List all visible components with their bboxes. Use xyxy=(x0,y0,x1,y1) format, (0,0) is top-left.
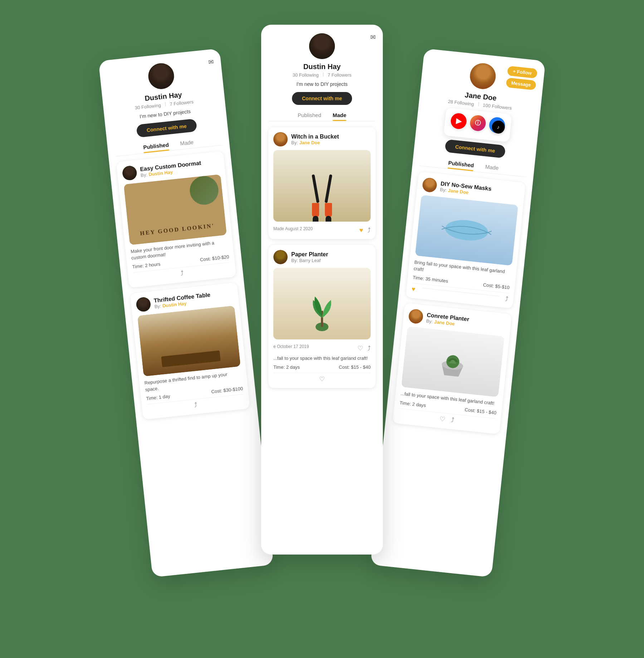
cost-doormat: Cost: $10-$20 xyxy=(200,254,229,262)
project-header-witch: Witch in a Bucket By: Jane Doe xyxy=(273,132,371,146)
instagram-icon[interactable]: ⓘ xyxy=(469,115,487,132)
project-image-doormat: HEY GOOD LOOKIN' xyxy=(124,174,227,245)
project-avatar-jane-mask xyxy=(422,177,438,193)
heart-icon-planter[interactable]: ♡ xyxy=(357,344,363,352)
followers-middle: 7 Followers xyxy=(328,72,351,78)
planter-date: e October 17 2019 xyxy=(273,344,309,349)
witch-actions: ♥ ⤴ xyxy=(359,227,371,234)
project-info-concrete: Conrete Planter By: Jane Doe xyxy=(426,312,469,328)
follow-button[interactable]: + Follow xyxy=(507,66,537,79)
profile-header-middle: ✉ Dustin Hay 30 Following 7 Followers I'… xyxy=(268,33,376,112)
project-image-mask xyxy=(415,195,518,266)
avatar-dustin-middle xyxy=(309,33,335,59)
share-icon-planter[interactable]: ⤴ xyxy=(367,345,371,352)
project-card-planter: Paper Planter By: Barry Leaf e October 1 xyxy=(268,245,376,388)
avatar-jane-right xyxy=(469,62,497,90)
tab-made-right[interactable]: Made xyxy=(484,164,499,174)
profile-name-middle: Dustin Hay xyxy=(303,63,341,71)
tabs-middle: Published Made xyxy=(268,112,376,121)
avatar-dustin-left xyxy=(147,62,175,90)
share-icon-concrete[interactable]: ⤴ xyxy=(450,416,454,424)
project-info-planter: Paper Planter By: Barry Leaf xyxy=(291,251,328,263)
profile-stats-middle: 30 Following 7 Followers xyxy=(293,72,351,78)
project-author-planter: By: Barry Leaf xyxy=(291,258,328,263)
mail-icon-left[interactable]: ✉ xyxy=(208,58,214,66)
divider xyxy=(165,102,166,106)
heart-icon-concrete[interactable]: ♡ xyxy=(439,415,445,424)
project-actions-planter: ♡ xyxy=(273,373,371,383)
project-avatar-dustin-2 xyxy=(136,297,151,313)
project-desc-planter2: ...fall to your space with this leaf gar… xyxy=(273,355,371,362)
project-avatar-barry xyxy=(273,250,288,264)
divider-m xyxy=(323,72,323,77)
tiktok-icon-area[interactable]: ♪ xyxy=(491,120,506,134)
project-card-witch: Witch in a Bucket By: Jane Doe xyxy=(268,127,376,239)
profile-header-right: + Follow Message Jane Doe 28 Following 1… xyxy=(420,58,537,168)
project-info-doormat: Easy Custom Doormat By: Dustin Hay xyxy=(140,160,202,178)
following-left: 30 Following xyxy=(135,102,161,111)
time-doormat: Time: 2 hours xyxy=(132,261,161,270)
witch-footer: Made August 2 2020 ♥ ⤴ xyxy=(273,225,371,234)
time-concrete: Time: 2 days xyxy=(399,400,426,408)
heart-icon-mask[interactable]: ♥ xyxy=(411,286,416,294)
connect-btn-left[interactable]: Connect with me xyxy=(136,118,197,137)
mail-icon-middle[interactable]: ✉ xyxy=(370,33,376,41)
project-image-witch xyxy=(273,150,371,222)
message-button[interactable]: Message xyxy=(506,78,536,91)
cost-coffee: Cost: $30-$100 xyxy=(211,386,243,394)
project-info-mask: DIY No-Sew Masks By: Jane Doe xyxy=(440,180,492,198)
share-icon-coffee[interactable]: ⤴ xyxy=(194,401,198,409)
project-card-mask: DIY No-Sew Masks By: Jane Doe xyxy=(406,171,526,309)
connect-btn-middle[interactable]: Connect with me xyxy=(292,92,352,105)
profile-bio-left: I'm new to DIY projects xyxy=(139,108,191,120)
share-icon-witch[interactable]: ⤴ xyxy=(367,227,371,234)
tab-published-middle[interactable]: Published xyxy=(298,112,321,121)
tab-made-left[interactable]: Made xyxy=(180,139,194,149)
cost-concrete: Cost: $15 - $40 xyxy=(464,407,497,415)
action-buttons-right: + Follow Message xyxy=(506,66,538,90)
following-middle: 30 Following xyxy=(293,72,319,78)
following-right: 28 Following xyxy=(448,99,474,107)
time-mask: Time: 35 minutes xyxy=(413,275,448,284)
project-card-concrete: Conrete Planter By: Jane Doe ...fall to … xyxy=(392,303,512,434)
tiktok-icon[interactable]: ♪ xyxy=(491,120,506,134)
cost-mask: Cost: $5-$10 xyxy=(483,282,510,290)
followers-right: 100 Followers xyxy=(483,102,512,111)
project-avatar-dustin-1 xyxy=(122,165,137,181)
project-image-planter xyxy=(273,268,371,339)
divider-r xyxy=(478,102,479,106)
project-header-planter: Paper Planter By: Barry Leaf xyxy=(273,250,371,264)
project-avatar-jane-1 xyxy=(273,132,288,146)
share-icon-doormat[interactable]: ⤴ xyxy=(180,270,184,278)
heart-icon-witch[interactable]: ♥ xyxy=(359,227,363,234)
project-meta-planter: Time: 2 days Cost: $15 - $40 xyxy=(273,364,371,370)
project-info-witch: Witch in a Bucket By: Jane Doe xyxy=(291,134,339,145)
followers-left: 7 Followers xyxy=(170,99,194,107)
svg-line-4 xyxy=(441,228,445,230)
project-title-planter: Paper Planter xyxy=(291,251,328,258)
svg-line-3 xyxy=(442,226,445,228)
project-image-coffee xyxy=(137,306,240,377)
card-left: ✉ Dustin Hay 30 Following 7 Followers I'… xyxy=(98,48,274,577)
project-avatar-jane-concrete xyxy=(408,309,424,324)
project-info-coffee: Thrifted Coffee Table By: Dustin Hay xyxy=(153,292,211,309)
time-coffee: Time: 1 day xyxy=(146,393,171,401)
project-card-coffee: Thrifted Coffee Table By: Dustin Hay Rep… xyxy=(130,282,250,420)
card-right: + Follow Message Jane Doe 28 Following 1… xyxy=(370,48,546,577)
share-icon-mask[interactable]: ⤴ xyxy=(505,295,509,303)
project-title-witch: Witch in a Bucket xyxy=(291,134,339,140)
heart-bottom-planter[interactable]: ♡ xyxy=(319,375,325,383)
time-planter: Time: 2 days xyxy=(273,364,300,370)
connect-btn-right[interactable]: Connect with me xyxy=(445,139,506,158)
project-card-doormat: Easy Custom Doormat By: Dustin Hay HEY G… xyxy=(116,151,236,288)
planter-actions: ♡ ⤴ xyxy=(357,344,371,352)
card-middle: ✉ Dustin Hay 30 Following 7 Followers I'… xyxy=(261,25,383,555)
witch-date: Made August 2 2020 xyxy=(273,226,313,231)
project-image-concrete xyxy=(401,326,504,397)
profile-header-left: ✉ Dustin Hay 30 Following 7 Followers I'… xyxy=(107,58,221,147)
svg-line-6 xyxy=(488,233,491,235)
tab-made-middle[interactable]: Made xyxy=(333,112,346,121)
project-author-witch: By: Jane Doe xyxy=(291,140,339,145)
profile-bio-middle: I'm new to DIY projects xyxy=(296,81,347,87)
youtube-icon[interactable]: ▶ xyxy=(450,112,467,130)
